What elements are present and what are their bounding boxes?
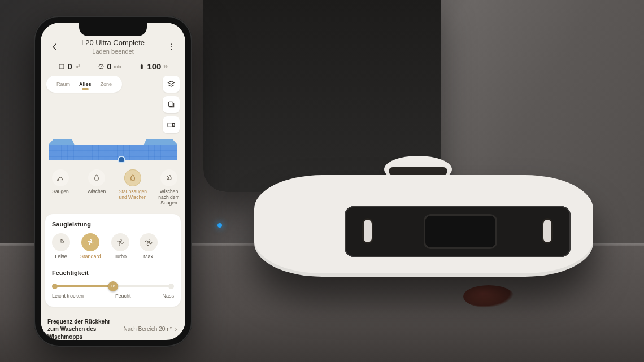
mop-return-value: Nach Bereich 20m²: [123, 326, 172, 332]
mode-saugen[interactable]: Saugen: [46, 169, 75, 206]
phone-frame: L20 Ultra Complete Laden beendet 0 m² 0 …: [34, 16, 192, 347]
stat-time-value: 0: [107, 62, 111, 71]
stat-battery-value: 100: [147, 62, 161, 71]
mop-after-vacuum-icon: [164, 173, 173, 182]
svg-point-2: [171, 49, 172, 50]
humidity-slider[interactable]: 16: [54, 285, 172, 287]
mode-label: Staubsaugen und Wischen: [119, 189, 147, 200]
level-label: Turbo: [111, 254, 129, 259]
dock-marker-icon: [119, 157, 124, 162]
suction-standard[interactable]: Standard: [80, 233, 101, 259]
mode-wischen-nach-saugen[interactable]: Wischen nach dem Saugen: [155, 169, 183, 206]
more-vertical-icon: [167, 42, 176, 51]
map-export-button[interactable]: [163, 96, 180, 113]
back-button[interactable]: [47, 40, 62, 54]
level-label: Standard: [80, 254, 101, 259]
suction-turbo[interactable]: Turbo: [111, 233, 129, 259]
clock-icon: [98, 63, 105, 70]
mop-return-selector[interactable]: Nach Bereich 20m²: [123, 326, 179, 332]
stat-area: 0 m²: [58, 62, 80, 71]
svg-point-0: [171, 43, 172, 45]
tab-zone[interactable]: Zone: [96, 81, 117, 87]
stats-row: 0 m² 0 min 100 %: [41, 58, 185, 76]
area-icon: [58, 63, 65, 70]
level-label: Leise: [52, 254, 70, 259]
stat-battery-unit: %: [163, 64, 167, 69]
suction-heading: Saugleistung: [52, 221, 174, 228]
suction-leise[interactable]: Leise: [52, 233, 70, 259]
floor-stain-prop: [463, 285, 514, 308]
fan-quiet-icon: [57, 238, 65, 246]
mode-wischen[interactable]: Wischen: [82, 169, 111, 206]
stat-time: 0 min: [98, 62, 121, 71]
mop-icon: [92, 173, 101, 182]
suction-levels: Leise Standard Turbo Max: [52, 233, 174, 259]
battery-icon: [139, 63, 145, 71]
cleaning-modes-row: Saugen Wischen Staubsaugen und Wischen W…: [41, 164, 185, 211]
stat-battery: 100 %: [139, 62, 167, 71]
status-subtitle: Laden beendet: [81, 48, 145, 55]
floorplan-map[interactable]: [41, 133, 185, 164]
svg-rect-8: [168, 123, 173, 127]
svg-rect-6: [142, 64, 143, 64]
mode-staubsaugen-wischen[interactable]: Staubsaugen und Wischen: [119, 169, 147, 206]
chevron-right-icon: [173, 326, 179, 332]
more-menu-button[interactable]: [164, 40, 179, 54]
tab-raum[interactable]: Raum: [52, 81, 75, 87]
fan-max-icon: [145, 238, 153, 246]
mode-label: Wischen: [82, 189, 111, 194]
camera-button[interactable]: [163, 116, 180, 133]
map-layers-button[interactable]: [163, 76, 180, 93]
tab-alles[interactable]: Alles: [75, 81, 96, 87]
phone-notch: [79, 23, 147, 36]
humidity-thumb[interactable]: 16: [108, 281, 118, 291]
settings-card: Saugleistung Leise Standard Turbo: [45, 214, 181, 307]
map-scope-tabs: Raum Alles Zone: [46, 76, 122, 93]
fan-standard-icon: [86, 238, 94, 246]
robot-vacuum-prop: [254, 158, 593, 288]
humidity-stop-high: Nass: [162, 293, 174, 299]
humidity-value: 16: [111, 284, 115, 288]
stat-area-unit: m²: [75, 64, 80, 69]
vacuum-icon: [56, 173, 65, 182]
suction-max[interactable]: Max: [140, 233, 158, 259]
svg-rect-5: [141, 64, 143, 69]
mode-label: Wischen nach dem Saugen: [155, 189, 183, 206]
camera-icon: [167, 120, 176, 129]
svg-point-1: [171, 46, 172, 47]
back-arrow-icon: [50, 42, 60, 52]
vacuum-mop-icon: [128, 173, 137, 182]
map-layers-icon: [167, 80, 176, 89]
indicator-led-prop: [217, 223, 222, 228]
level-label: Max: [140, 254, 158, 259]
device-title: L20 Ultra Complete: [81, 38, 145, 47]
humidity-stop-low: Leicht trocken: [52, 293, 84, 299]
humidity-stop-mid: Feucht: [115, 293, 131, 299]
mode-label: Saugen: [46, 189, 75, 194]
stat-time-unit: min: [114, 64, 121, 69]
svg-rect-3: [59, 64, 64, 69]
mop-return-label: Frequenz der Rückkehr zum Waschen des Wi…: [47, 318, 115, 340]
map-export-icon: [167, 100, 176, 109]
fan-turbo-icon: [116, 238, 124, 246]
svg-rect-7: [168, 102, 173, 106]
humidity-heading: Feuchtigkeit: [52, 269, 174, 276]
app-screen: L20 Ultra Complete Laden beendet 0 m² 0 …: [41, 23, 185, 340]
stat-area-value: 0: [67, 62, 72, 71]
